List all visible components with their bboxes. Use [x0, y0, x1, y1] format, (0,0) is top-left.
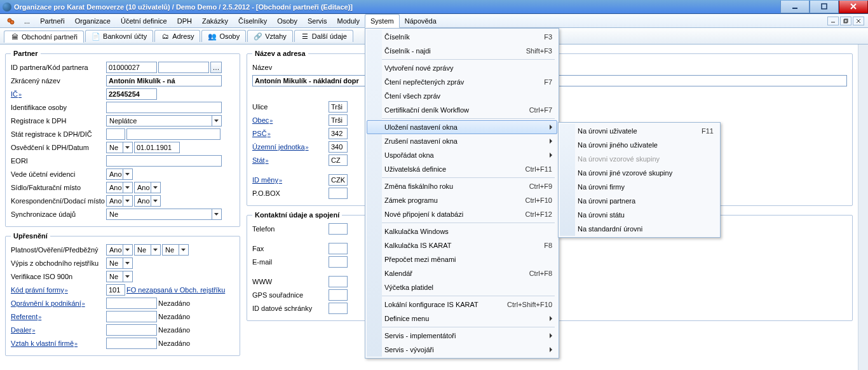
menu-item[interactable]: Kalkulačka IS KARATF8 [367, 238, 557, 252]
menu-item[interactable]: Změna fiskálního rokuCtrl+F9 [367, 179, 557, 193]
menu-item[interactable]: Nové připojení k databáziCtrl+F12 [367, 207, 557, 221]
email-input[interactable] [329, 256, 348, 268]
obec-link[interactable]: Obec [252, 116, 329, 124]
menu-item[interactable]: Definice menu [367, 312, 557, 325]
sidlo-select-b[interactable]: Ano [134, 182, 161, 193]
mdi-minimize[interactable] [827, 17, 839, 25]
platnost-select-a[interactable]: Ano [106, 244, 133, 256]
menu-item[interactable]: Uspořádat okna [367, 148, 557, 162]
menu-item[interactable]: Uložení nastavení okna [367, 120, 557, 134]
menu-icon[interactable] [3, 14, 19, 27]
menu-item[interactable]: Servis - implementátoři [367, 329, 557, 343]
kores-select-b[interactable]: Ano [134, 195, 161, 207]
menu-dph[interactable]: DPH [172, 14, 197, 27]
stat-input[interactable] [329, 154, 348, 166]
gps-input[interactable] [329, 289, 348, 301]
uzemni-link[interactable]: Územní jednotka [252, 143, 329, 151]
dealer-link[interactable]: Dealer [11, 326, 106, 334]
menu-more[interactable]: ... [19, 14, 35, 27]
menu-partneri[interactable]: Partneři [35, 14, 70, 27]
identifikace-input[interactable] [106, 102, 222, 113]
tab-obchodni-partneri[interactable]: 🏛Obchodní partneři [4, 31, 84, 43]
telefon-input[interactable] [329, 223, 348, 235]
kod-pravni-text[interactable]: FO nezapsaná v Obch. rejstříku [126, 286, 225, 294]
id-lookup-button[interactable]: … [210, 62, 222, 73]
menu-moduly[interactable]: Moduly [332, 14, 365, 27]
menu-item[interactable]: Na úrovni jiného uživatele [560, 138, 719, 152]
stat-link[interactable]: Stát [252, 156, 329, 164]
opravneni-link[interactable]: Oprávnění k podnikání [11, 299, 106, 307]
kod-partnera-input[interactable] [158, 62, 209, 73]
vypis-select[interactable]: Ne [106, 257, 133, 269]
menu-item[interactable]: Na úrovni firmy [560, 180, 719, 194]
menu-item[interactable]: Servis - vývojáři [367, 343, 557, 357]
vertical-scrollbar[interactable] [858, 45, 868, 370]
menu-servis[interactable]: Servis [302, 14, 332, 27]
sync-select[interactable]: Ne [106, 209, 222, 220]
close-button[interactable] [839, 1, 868, 13]
uzemni-input[interactable] [329, 141, 348, 153]
obec-input[interactable] [329, 114, 348, 126]
menu-item[interactable]: Na úrovni státu [560, 208, 719, 222]
psc-link[interactable]: PSČ [252, 130, 329, 137]
id-partnera-input[interactable] [106, 62, 157, 73]
menu-system[interactable]: System [365, 14, 400, 28]
pobox-input[interactable] [329, 188, 348, 199]
menu-item[interactable]: Výčetka platidel [367, 280, 557, 294]
kod-pravni-input[interactable] [106, 284, 125, 296]
iddat-input[interactable] [329, 303, 348, 314]
menu-osoby[interactable]: Osoby [272, 14, 302, 27]
referent-link[interactable]: Referent [11, 313, 106, 320]
registrace-dph-select[interactable]: Neplátce [106, 115, 222, 127]
menu-item[interactable]: Čtení všech zpráv [367, 89, 557, 103]
menu-organizace[interactable]: Organizace [70, 14, 116, 27]
maximize-button[interactable] [810, 1, 839, 13]
idmeny-input[interactable] [329, 174, 348, 186]
ic-link[interactable]: IČ [11, 90, 106, 98]
zkraceny-nazev-input[interactable] [106, 75, 222, 86]
minimize-button[interactable] [780, 1, 810, 13]
menu-item[interactable]: Zámek programuCtrl+F10 [367, 193, 557, 207]
menu-zakazky[interactable]: Zakázky [197, 14, 233, 27]
www-input[interactable] [329, 276, 348, 287]
eori-input[interactable] [106, 155, 222, 167]
platnost-select-c[interactable]: Ne [162, 244, 189, 256]
mdi-restore[interactable] [840, 17, 851, 25]
platnost-select-b[interactable]: Ne [134, 244, 161, 256]
tab-adresy[interactable]: 🗂Adresy [154, 30, 200, 42]
referent-input[interactable] [106, 311, 157, 322]
menu-item[interactable]: KalendářCtrl+F8 [367, 266, 557, 280]
sidlo-select-a[interactable]: Ano [106, 182, 133, 193]
osvedceni-select[interactable]: Ne [106, 142, 133, 153]
menu-item[interactable]: Uživatelská definiceCtrl+F11 [367, 162, 557, 176]
kod-pravni-formy-link[interactable]: Kód právní formy [11, 286, 106, 294]
menu-item[interactable]: Na úrovni jiné vzorové skupiny [560, 166, 719, 180]
menu-napoveda[interactable]: Nápověda [400, 14, 442, 27]
vztah-link[interactable]: Vztah k vlastní firmě [11, 339, 106, 347]
dic-input[interactable] [126, 128, 220, 140]
menu-item[interactable]: Certifikační deník WorkflowCtrl+F7 [367, 103, 557, 117]
menu-item[interactable]: Na úrovni partnera [560, 194, 719, 208]
menu-item[interactable]: Na standardní úrovni [560, 222, 719, 236]
ic-input[interactable] [106, 88, 157, 100]
tab-bankovni-ucty[interactable]: 📄Bankovní účty [85, 30, 153, 42]
menu-item[interactable]: Číselník - najdiShift+F3 [367, 44, 557, 58]
menu-item[interactable]: Kalkulačka Windows [367, 224, 557, 238]
menu-item[interactable]: Čtení nepřečtených zprávF7 [367, 75, 557, 89]
verifikace-select[interactable]: Ne [106, 271, 133, 282]
osvedceni-datum-input[interactable] [134, 142, 180, 153]
stat-reg-input[interactable] [106, 128, 125, 140]
menu-item[interactable]: Přepočet mezi měnami [367, 252, 557, 266]
kores-select-a[interactable]: Ano [106, 195, 133, 207]
ulice-input[interactable] [329, 101, 348, 113]
vede-evidenci-select[interactable]: Ano [106, 168, 133, 180]
tab-vztahy[interactable]: 🔗Vztahy [247, 30, 293, 42]
tab-osoby[interactable]: 👥Osoby [201, 30, 246, 42]
menu-item[interactable]: Zrušení nastavení okna [367, 134, 557, 148]
fax-input[interactable] [329, 243, 348, 254]
dealer-input[interactable] [106, 324, 157, 336]
opravneni-input[interactable] [106, 298, 157, 309]
menu-item[interactable]: Vytvoření nové zprávy [367, 61, 557, 75]
menu-ucetni[interactable]: Účetní definice [116, 14, 172, 27]
tab-dalsi-udaje[interactable]: ☰Další údaje [294, 30, 353, 42]
